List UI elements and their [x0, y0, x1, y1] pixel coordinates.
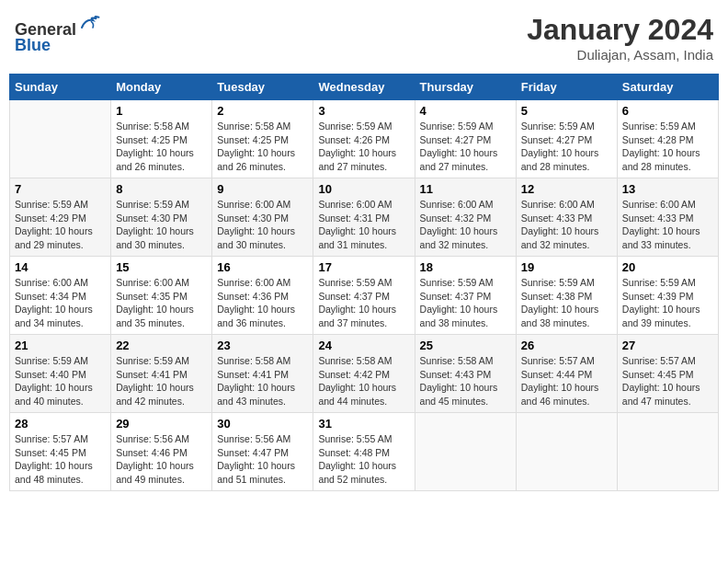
calendar-cell — [415, 413, 516, 491]
day-info: Sunrise: 5:59 AM Sunset: 4:37 PM Dayligh… — [318, 276, 409, 330]
day-info: Sunrise: 6:00 AM Sunset: 4:31 PM Dayligh… — [318, 198, 409, 252]
day-info: Sunrise: 6:00 AM Sunset: 4:36 PM Dayligh… — [217, 276, 308, 330]
calendar-cell: 11Sunrise: 6:00 AM Sunset: 4:32 PM Dayli… — [415, 178, 516, 257]
subtitle: Duliajan, Assam, India — [527, 47, 713, 63]
day-info: Sunrise: 6:00 AM Sunset: 4:33 PM Dayligh… — [622, 198, 713, 252]
day-info: Sunrise: 5:58 AM Sunset: 4:42 PM Dayligh… — [318, 354, 409, 408]
day-number: 27 — [622, 339, 713, 352]
calendar-cell: 16Sunrise: 6:00 AM Sunset: 4:36 PM Dayli… — [212, 257, 313, 335]
day-info: Sunrise: 5:59 AM Sunset: 4:29 PM Dayligh… — [15, 198, 106, 252]
day-info: Sunrise: 5:58 AM Sunset: 4:25 PM Dayligh… — [116, 120, 207, 174]
calendar-cell: 20Sunrise: 5:59 AM Sunset: 4:39 PM Dayli… — [617, 257, 718, 335]
day-of-week-header: Sunday — [10, 75, 111, 100]
day-of-week-header: Saturday — [617, 75, 718, 100]
calendar-table: SundayMondayTuesdayWednesdayThursdayFrid… — [9, 74, 719, 491]
day-number: 31 — [318, 417, 409, 431]
day-number: 6 — [622, 104, 713, 118]
day-number: 5 — [521, 104, 612, 118]
calendar-cell: 3Sunrise: 5:59 AM Sunset: 4:26 PM Daylig… — [313, 100, 415, 178]
day-number: 22 — [116, 339, 207, 352]
calendar-cell: 30Sunrise: 5:56 AM Sunset: 4:47 PM Dayli… — [212, 413, 313, 491]
day-of-week-header: Friday — [516, 75, 617, 100]
calendar-cell: 13Sunrise: 6:00 AM Sunset: 4:33 PM Dayli… — [617, 178, 718, 257]
day-number: 19 — [521, 260, 612, 274]
calendar-cell — [617, 413, 718, 491]
day-of-week-header: Tuesday — [212, 75, 313, 100]
day-info: Sunrise: 5:57 AM Sunset: 4:45 PM Dayligh… — [622, 354, 713, 408]
day-number: 18 — [420, 260, 511, 274]
day-number: 16 — [217, 260, 308, 274]
day-info: Sunrise: 6:00 AM Sunset: 4:30 PM Dayligh… — [217, 198, 308, 252]
calendar-cell: 21Sunrise: 5:59 AM Sunset: 4:40 PM Dayli… — [10, 335, 111, 413]
calendar-cell: 6Sunrise: 5:59 AM Sunset: 4:28 PM Daylig… — [617, 100, 718, 178]
day-number: 25 — [420, 339, 511, 352]
calendar-cell: 28Sunrise: 5:57 AM Sunset: 4:45 PM Dayli… — [10, 413, 111, 491]
calendar-cell: 15Sunrise: 6:00 AM Sunset: 4:35 PM Dayli… — [111, 257, 212, 335]
calendar-week-row: 14Sunrise: 6:00 AM Sunset: 4:34 PM Dayli… — [10, 257, 719, 335]
day-info: Sunrise: 5:59 AM Sunset: 4:40 PM Dayligh… — [15, 354, 106, 408]
calendar-cell: 5Sunrise: 5:59 AM Sunset: 4:27 PM Daylig… — [516, 100, 617, 178]
day-number: 24 — [318, 339, 409, 352]
calendar-week-row: 7Sunrise: 5:59 AM Sunset: 4:29 PM Daylig… — [10, 178, 719, 257]
day-info: Sunrise: 6:00 AM Sunset: 4:32 PM Dayligh… — [420, 198, 511, 252]
day-number: 21 — [15, 339, 106, 352]
calendar-cell: 7Sunrise: 5:59 AM Sunset: 4:29 PM Daylig… — [10, 178, 111, 257]
day-number: 17 — [318, 260, 409, 274]
calendar-cell: 12Sunrise: 6:00 AM Sunset: 4:33 PM Dayli… — [516, 178, 617, 257]
day-of-week-header: Thursday — [415, 75, 516, 100]
day-number: 14 — [15, 260, 106, 274]
day-number: 3 — [318, 104, 409, 118]
calendar-cell: 25Sunrise: 5:58 AM Sunset: 4:43 PM Dayli… — [415, 335, 516, 413]
calendar-week-row: 21Sunrise: 5:59 AM Sunset: 4:40 PM Dayli… — [10, 335, 719, 413]
day-number: 15 — [116, 260, 207, 274]
day-info: Sunrise: 6:00 AM Sunset: 4:34 PM Dayligh… — [15, 276, 106, 330]
logo-bird-icon — [78, 13, 100, 35]
day-number: 20 — [622, 260, 713, 274]
calendar-cell — [10, 100, 111, 178]
calendar-cell: 27Sunrise: 5:57 AM Sunset: 4:45 PM Dayli… — [617, 335, 718, 413]
day-number: 30 — [217, 417, 308, 431]
day-info: Sunrise: 5:59 AM Sunset: 4:27 PM Dayligh… — [521, 120, 612, 174]
day-number: 23 — [217, 339, 308, 352]
day-number: 10 — [318, 182, 409, 196]
day-info: Sunrise: 5:59 AM Sunset: 4:38 PM Dayligh… — [521, 276, 612, 330]
calendar-cell — [516, 413, 617, 491]
calendar-cell: 23Sunrise: 5:58 AM Sunset: 4:41 PM Dayli… — [212, 335, 313, 413]
day-info: Sunrise: 5:58 AM Sunset: 4:41 PM Dayligh… — [217, 354, 308, 408]
day-info: Sunrise: 5:59 AM Sunset: 4:26 PM Dayligh… — [318, 120, 409, 174]
calendar-cell: 2Sunrise: 5:58 AM Sunset: 4:25 PM Daylig… — [212, 100, 313, 178]
day-number: 1 — [116, 104, 207, 118]
calendar-week-row: 28Sunrise: 5:57 AM Sunset: 4:45 PM Dayli… — [10, 413, 719, 491]
day-number: 28 — [15, 417, 106, 431]
logo: General Blue — [15, 13, 100, 55]
day-info: Sunrise: 5:55 AM Sunset: 4:48 PM Dayligh… — [318, 432, 409, 487]
calendar-cell: 14Sunrise: 6:00 AM Sunset: 4:34 PM Dayli… — [10, 257, 111, 335]
calendar-cell: 1Sunrise: 5:58 AM Sunset: 4:25 PM Daylig… — [111, 100, 212, 178]
day-info: Sunrise: 5:57 AM Sunset: 4:44 PM Dayligh… — [521, 354, 612, 408]
day-number: 2 — [217, 104, 308, 118]
calendar-cell: 9Sunrise: 6:00 AM Sunset: 4:30 PM Daylig… — [212, 178, 313, 257]
day-info: Sunrise: 5:59 AM Sunset: 4:28 PM Dayligh… — [622, 120, 713, 174]
page-header: General Blue January 2024 Duliajan, Assa… — [9, 9, 719, 66]
title-block: January 2024 Duliajan, Assam, India — [527, 13, 713, 63]
day-info: Sunrise: 5:56 AM Sunset: 4:47 PM Dayligh… — [217, 432, 308, 487]
day-info: Sunrise: 5:59 AM Sunset: 4:41 PM Dayligh… — [116, 354, 207, 408]
calendar-cell: 17Sunrise: 5:59 AM Sunset: 4:37 PM Dayli… — [313, 257, 415, 335]
calendar-cell: 24Sunrise: 5:58 AM Sunset: 4:42 PM Dayli… — [313, 335, 415, 413]
day-info: Sunrise: 5:58 AM Sunset: 4:25 PM Dayligh… — [217, 120, 308, 174]
calendar-cell: 19Sunrise: 5:59 AM Sunset: 4:38 PM Dayli… — [516, 257, 617, 335]
day-of-week-header: Monday — [111, 75, 212, 100]
day-of-week-header: Wednesday — [313, 75, 415, 100]
day-info: Sunrise: 5:56 AM Sunset: 4:46 PM Dayligh… — [116, 432, 207, 487]
day-number: 29 — [116, 417, 207, 431]
day-number: 9 — [217, 182, 308, 196]
day-info: Sunrise: 5:58 AM Sunset: 4:43 PM Dayligh… — [420, 354, 511, 408]
day-number: 7 — [15, 182, 106, 196]
calendar-cell: 10Sunrise: 6:00 AM Sunset: 4:31 PM Dayli… — [313, 178, 415, 257]
calendar-cell: 31Sunrise: 5:55 AM Sunset: 4:48 PM Dayli… — [313, 413, 415, 491]
calendar-week-row: 1Sunrise: 5:58 AM Sunset: 4:25 PM Daylig… — [10, 100, 719, 178]
calendar-cell: 22Sunrise: 5:59 AM Sunset: 4:41 PM Dayli… — [111, 335, 212, 413]
calendar-header-row: SundayMondayTuesdayWednesdayThursdayFrid… — [10, 75, 719, 100]
day-info: Sunrise: 5:59 AM Sunset: 4:27 PM Dayligh… — [420, 120, 511, 174]
day-number: 26 — [521, 339, 612, 352]
